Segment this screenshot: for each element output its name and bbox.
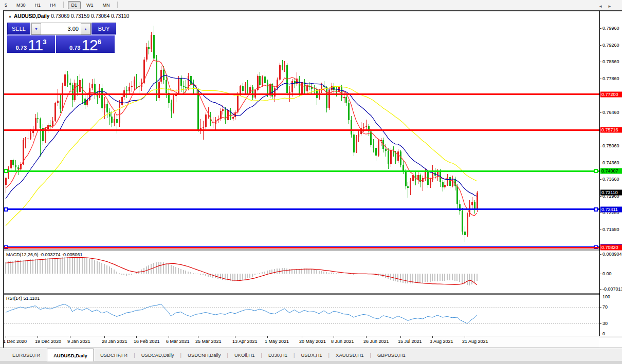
chart-tab-usdcad[interactable]: USDCAD,Daily [135, 348, 180, 361]
chart-tab-usdchf[interactable]: USDCHF,H4 [94, 348, 134, 361]
sell-price-big: 11 [28, 39, 43, 52]
macd-canvas[interactable] [4, 251, 599, 293]
tab-scroll-right-icon[interactable]: ► [608, 4, 617, 9]
price-tick-label: 0.75060 [602, 143, 619, 148]
macd-tick-mark [600, 254, 601, 255]
timeframe-button-m30[interactable]: M30 [13, 1, 29, 9]
date-label: 3 Aug 2021 [430, 339, 453, 344]
rsi-tick-mark [600, 307, 601, 308]
date-label: 19 Dec 2020 [35, 339, 61, 344]
macd-tick-mark [600, 289, 601, 290]
price-tick-mark [600, 45, 601, 46]
date-label: 20 May 2021 [299, 339, 326, 344]
date-tick-mark [267, 336, 268, 338]
rsi-pane[interactable]: RSI(14) 51.1101 [4, 295, 599, 336]
date-tick-mark [104, 336, 105, 338]
sell-price-sup: 3 [43, 39, 46, 45]
chart-tab-usdcnh[interactable]: USDCNH,Daily [181, 348, 227, 361]
timeframe-button-h4[interactable]: H4 [46, 1, 60, 9]
volume-input[interactable] [41, 23, 81, 34]
date-label: 16 Feb 2021 [134, 339, 160, 344]
price-tick-label: 0.76460 [602, 110, 619, 115]
chart-tab-ukoil[interactable]: UKOil,H1 [228, 348, 261, 361]
rsi-axis-label: 30 [602, 321, 608, 326]
toolbar-separator [117, 2, 118, 8]
time-axis[interactable]: 1 Dec 202019 Dec 20209 Jan 202128 Jan 20… [4, 336, 599, 348]
chart-symbol-label: AUDUSD,Daily [14, 13, 49, 19]
date-tick-mark [70, 336, 70, 338]
price-tick-label: 0.77860 [602, 76, 619, 81]
date-tick-mark [400, 336, 401, 338]
chart-tab-bar: EURUSD,H4AUDUSD,DailyUSDCHF,H4|USDCAD,Da… [0, 348, 622, 361]
buy-button[interactable]: BUY [92, 23, 116, 35]
buy-price-button[interactable]: 0.73 12 6 [56, 35, 115, 53]
date-tick-mark [432, 336, 433, 338]
price-tick-mark [600, 163, 601, 163]
price-tick-mark [600, 213, 601, 213]
horizontal-level-line [4, 170, 599, 172]
rsi-tick-mark [600, 297, 601, 297]
timeframe-button-h1[interactable]: H1 [31, 1, 45, 9]
price-tick-mark [600, 79, 601, 79]
price-level-badge: 0.77200 [600, 92, 622, 98]
date-label: 1 May 2021 [265, 339, 289, 344]
date-tick-mark [198, 336, 198, 338]
chart-ohlc-values: 0.73069 0.73159 0.73064 0.73110 [51, 13, 129, 19]
moving-average-line [6, 60, 477, 216]
date-tick-mark [302, 336, 302, 338]
price-tick-label: 0.71580 [602, 227, 619, 232]
date-label: 1 Dec 2020 [3, 339, 27, 344]
rsi-canvas[interactable] [4, 295, 599, 336]
date-label: 9 Jan 2021 [67, 339, 90, 344]
price-tick-mark [600, 112, 601, 113]
price-axis[interactable]: 0.799600.792600.785600.778600.764600.750… [599, 11, 622, 336]
tab-scroll-left-icon[interactable]: ◄ [598, 4, 608, 9]
chart-tab-audusd[interactable]: AUDUSD,Daily [47, 349, 94, 361]
buy-price-prefix: 0.73 [69, 44, 80, 52]
collapse-triangle-icon[interactable]: ▲ [8, 14, 12, 18]
price-tick-mark [600, 146, 601, 146]
horizontal-level-line [4, 247, 599, 248]
date-label: 28 Jan 2021 [102, 339, 127, 344]
date-label: 13 Apr 2021 [232, 339, 258, 344]
sell-price-button[interactable]: 0.73 11 3 [7, 35, 55, 53]
date-label: 15 Jul 2021 [398, 339, 422, 344]
chart-tab-xauusd[interactable]: XAUUSD,H1 [330, 348, 370, 361]
price-tick-label: 0.79960 [602, 26, 619, 31]
timeframe-button-mn[interactable]: MN [99, 1, 114, 9]
macd-label: MACD(12,26,9) -0.003274 -0.005061 [6, 252, 83, 257]
one-click-trade-panel: SELL ▼ ▲ BUY 0.73 11 3 0.73 12 6 [7, 23, 116, 53]
chart-title: ▲AUDUSD,Daily 0.73069 0.73159 0.73064 0.… [8, 13, 129, 19]
chart-window: ▲AUDUSD,Daily 0.73069 0.73159 0.73064 0.… [3, 10, 622, 348]
timeframe-button-d1[interactable]: D1 [68, 1, 81, 9]
date-label: 6 Mar 2021 [166, 339, 190, 344]
chart-tab-eurusd[interactable]: EURUSD,H4 [6, 348, 47, 361]
date-tick-mark [6, 336, 6, 338]
date-tick-mark [366, 336, 367, 338]
timeframe-button-5[interactable]: 5 [1, 1, 11, 9]
date-label: 21 Aug 2021 [462, 339, 488, 344]
volume-increase-button[interactable]: ▲ [81, 23, 90, 34]
date-tick-mark [465, 336, 465, 338]
date-tick-mark [334, 336, 334, 338]
price-tick-mark [600, 28, 601, 29]
price-tick-mark [600, 196, 601, 197]
toolbar-separator [63, 2, 64, 8]
date-tick-mark [235, 336, 235, 338]
rsi-axis-label: 0 [602, 331, 605, 336]
buy-price-big: 12 [81, 39, 97, 52]
rsi-label: RSI(14) 51.1101 [6, 296, 40, 301]
chart-tab-dj30[interactable]: DJ30,H1 [262, 348, 294, 361]
macd-pane[interactable]: MACD(12,26,9) -0.003274 -0.005061 [4, 251, 599, 293]
price-tick-mark [600, 229, 601, 230]
sell-button[interactable]: SELL [7, 23, 30, 35]
volume-decrease-button[interactable]: ▼ [31, 23, 41, 34]
price-level-badge: 0.75716 [600, 127, 622, 133]
chart-tab-usdx[interactable]: USDX,H1 [295, 348, 328, 361]
chart-tab-gbpusd[interactable]: GBPUSD,H1 [371, 348, 412, 361]
rsi-axis-label: 70 [602, 304, 608, 310]
macd-axis-label: 0.008904 [602, 252, 622, 257]
price-level-badge: 0.70820 [600, 245, 622, 251]
macd-tick-mark [600, 274, 601, 274]
timeframe-button-w1[interactable]: W1 [83, 1, 97, 9]
